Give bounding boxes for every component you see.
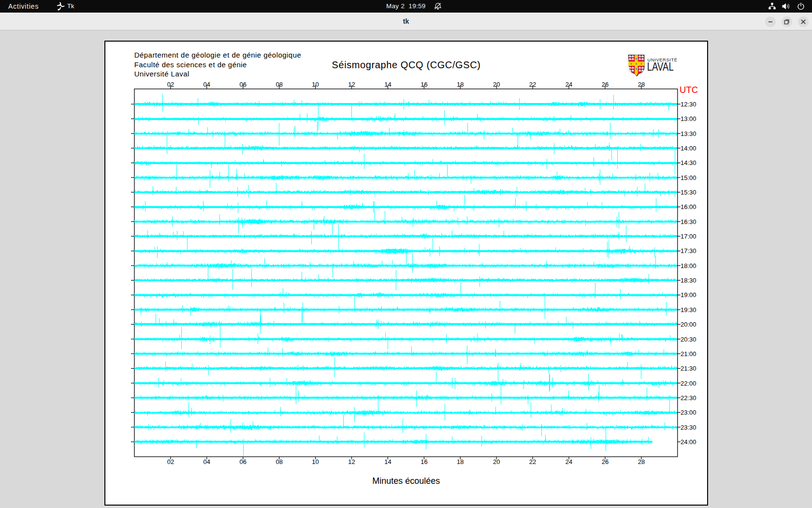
svg-text:12: 12 — [348, 81, 355, 88]
svg-text:16:30: 16:30 — [681, 218, 696, 225]
svg-text:20: 20 — [493, 458, 499, 465]
svg-text:23:30: 23:30 — [681, 424, 696, 431]
svg-text:22: 22 — [529, 81, 536, 88]
svg-text:28: 28 — [638, 81, 644, 88]
svg-text:10: 10 — [312, 458, 319, 465]
svg-text:23:00: 23:00 — [681, 409, 696, 416]
svg-text:16: 16 — [420, 81, 427, 88]
svg-text:Minutes écoulées: Minutes écoulées — [372, 476, 440, 486]
svg-text:Université Laval: Université Laval — [134, 70, 189, 78]
svg-text:20:30: 20:30 — [681, 336, 696, 343]
svg-text:14:00: 14:00 — [681, 145, 696, 152]
svg-text:14: 14 — [384, 458, 391, 465]
svg-text:16: 16 — [420, 458, 427, 465]
svg-text:04: 04 — [203, 81, 210, 88]
svg-text:LAVAL: LAVAL — [647, 60, 673, 74]
svg-text:19:00: 19:00 — [681, 291, 696, 299]
svg-text:15:30: 15:30 — [681, 189, 696, 196]
svg-text:17:00: 17:00 — [681, 233, 696, 240]
svg-text:02: 02 — [167, 458, 174, 465]
svg-text:22: 22 — [529, 458, 536, 465]
svg-text:16:00: 16:00 — [681, 203, 696, 210]
svg-text:12:30: 12:30 — [681, 101, 696, 108]
svg-text:20: 20 — [493, 81, 499, 88]
svg-text:02: 02 — [167, 81, 174, 88]
svg-text:18: 18 — [457, 81, 464, 88]
svg-text:24:00: 24:00 — [681, 438, 696, 446]
svg-text:21:00: 21:00 — [681, 350, 696, 358]
svg-text:08: 08 — [276, 81, 282, 88]
svg-text:12: 12 — [348, 458, 355, 465]
svg-text:20:00: 20:00 — [681, 321, 696, 328]
svg-text:24: 24 — [565, 81, 572, 88]
svg-text:Faculté des sciences et de gén: Faculté des sciences et de génie — [134, 60, 246, 69]
svg-text:08: 08 — [276, 458, 282, 465]
svg-text:18:00: 18:00 — [681, 262, 696, 269]
svg-text:17:30: 17:30 — [681, 247, 696, 254]
svg-text:24: 24 — [565, 458, 572, 465]
svg-text:14: 14 — [384, 81, 391, 88]
svg-text:04: 04 — [203, 458, 210, 465]
svg-text:13:00: 13:00 — [681, 115, 696, 122]
svg-text:10: 10 — [312, 81, 319, 88]
svg-text:06: 06 — [239, 458, 246, 465]
svg-text:18: 18 — [457, 458, 464, 465]
svg-text:Séismographe QCQ (CGC/GSC): Séismographe QCQ (CGC/GSC) — [332, 60, 480, 70]
svg-text:18:30: 18:30 — [681, 277, 696, 284]
svg-text:22:00: 22:00 — [681, 380, 696, 387]
svg-text:28: 28 — [638, 458, 644, 465]
svg-text:UTC: UTC — [680, 85, 698, 95]
svg-text:Département de géologie et de: Département de géologie et de génie géol… — [134, 51, 301, 59]
svg-text:15:00: 15:00 — [681, 174, 696, 181]
svg-text:26: 26 — [601, 81, 608, 88]
svg-text:19:30: 19:30 — [681, 306, 696, 314]
svg-text:22:30: 22:30 — [681, 394, 696, 402]
svg-text:14:30: 14:30 — [681, 159, 696, 166]
svg-text:26: 26 — [601, 458, 608, 465]
svg-text:06: 06 — [239, 81, 246, 88]
svg-text:21:30: 21:30 — [681, 365, 696, 372]
svg-text:13:30: 13:30 — [681, 130, 696, 137]
